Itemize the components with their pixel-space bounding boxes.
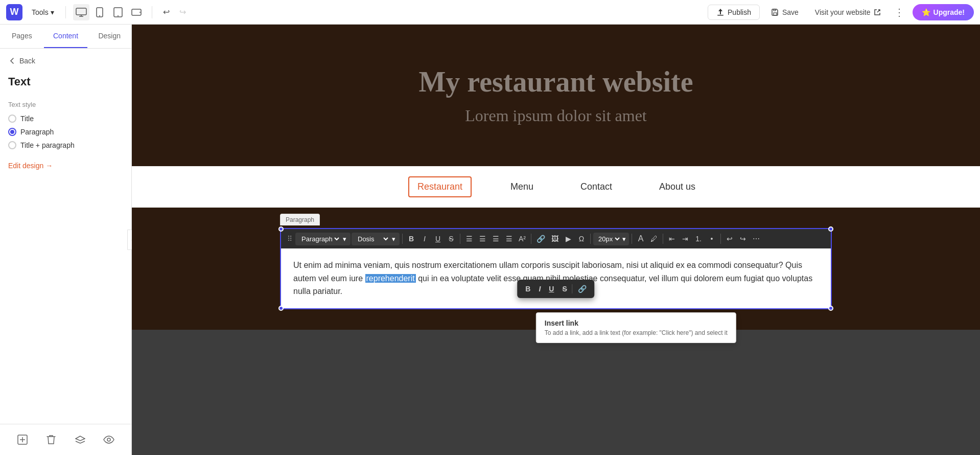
mini-italic-button[interactable]: I [535, 283, 544, 295]
publish-button[interactable]: Publish [708, 5, 760, 20]
sidebar-tabs: Pages Content Design [0, 25, 131, 49]
mini-floating-toolbar: B I U S 🔗 [517, 280, 594, 298]
radio-title[interactable]: Title [8, 115, 123, 123]
device-switcher [73, 4, 145, 20]
radio-circle-paragraph [8, 128, 16, 136]
radio-circle-title [8, 115, 16, 123]
strikethrough-button[interactable]: S [445, 233, 457, 245]
tools-menu[interactable]: Tools ▾ [28, 6, 58, 18]
separator-2 [152, 6, 152, 18]
font-size-dropdown[interactable]: 20px14px16px24px [596, 235, 621, 243]
sidebar-content: Back Text Text style Title Paragraph Tit… [0, 49, 131, 424]
sidebar: Pages Content Design Back Text Text styl… [0, 25, 132, 455]
indent-increase-button[interactable]: ⇥ [679, 233, 691, 245]
topbar-right-actions: Publish Save Visit your website ⋮ ⭐ Upgr… [708, 4, 974, 20]
highlighted-text[interactable]: reprehenderit [365, 274, 416, 283]
visit-website-button[interactable]: Visit your website [810, 5, 886, 19]
mini-underline-button[interactable]: U [546, 283, 557, 295]
paragraph-style-select[interactable]: ParagraphHeading 1Heading 2 ▾ [295, 233, 351, 245]
svg-rect-11 [774, 9, 776, 11]
symbol-button[interactable]: Ω [575, 233, 588, 245]
radio-paragraph[interactable]: Paragraph [8, 128, 123, 136]
toolbar-sep-1 [402, 234, 403, 244]
svg-point-8 [139, 12, 141, 13]
text-color-button[interactable]: A [635, 232, 647, 245]
mini-strikethrough-button[interactable]: S [559, 283, 570, 295]
superscript-button[interactable]: A² [516, 233, 528, 245]
align-center-button[interactable]: ☰ [476, 233, 488, 245]
selection-handle-bl[interactable] [278, 306, 284, 311]
sidebar-bottom-actions [0, 424, 131, 455]
mini-link-button[interactable]: 🔗 [575, 283, 590, 295]
device-mobile-portrait[interactable] [91, 4, 108, 20]
undo-editor-button[interactable]: ↩ [724, 233, 736, 245]
canvas-area: My restaurant website Lorem ipsum dolor … [132, 25, 980, 455]
logo[interactable]: W [6, 4, 22, 20]
svg-point-15 [107, 438, 110, 441]
nav-item-about[interactable]: About us [651, 177, 704, 196]
sidebar-tab-content[interactable]: Content [44, 25, 88, 48]
upgrade-button[interactable]: ⭐ Upgrade! [913, 4, 974, 20]
toolbar-drag-handle[interactable]: ⠿ [285, 234, 294, 244]
delete-button[interactable] [42, 430, 60, 449]
visibility-button[interactable] [100, 430, 118, 449]
more-toolbar-button[interactable]: ⋯ [750, 233, 762, 245]
svg-rect-0 [76, 8, 86, 15]
hero-subtitle: Lorem ipsum dolor sit amet [152, 106, 960, 125]
list-unordered-button[interactable]: • [706, 233, 718, 245]
undo-button[interactable]: ↩ [159, 5, 174, 19]
toolbar-sep-6 [663, 234, 663, 244]
redo-editor-button[interactable]: ↪ [737, 233, 749, 245]
align-left-button[interactable]: ☰ [463, 233, 475, 245]
font-dropdown-arrow: ▾ [392, 235, 395, 243]
nav-item-menu[interactable]: Menu [502, 177, 542, 196]
insert-link-tooltip: Insert link To add a link, add a link te… [536, 312, 736, 343]
sidebar-tab-design[interactable]: Design [87, 25, 131, 48]
selection-handle-tl[interactable] [278, 226, 284, 232]
layers-button[interactable] [71, 430, 89, 449]
align-right-button[interactable]: ☰ [489, 233, 502, 245]
back-arrow-icon [8, 57, 16, 65]
list-ordered-button[interactable]: 1. [692, 233, 705, 245]
add-section-button[interactable] [13, 430, 32, 449]
image-button[interactable]: 🖼 [549, 233, 561, 245]
radio-circle-title-paragraph [8, 141, 16, 149]
highlight-color-button[interactable]: 🖊 [648, 233, 660, 245]
svg-rect-9 [717, 15, 724, 16]
selection-handle-br[interactable] [828, 306, 833, 311]
indent-decrease-button[interactable]: ⇤ [666, 233, 678, 245]
redo-button[interactable]: ↪ [176, 5, 190, 19]
link-button[interactable]: 🔗 [534, 233, 548, 245]
back-button[interactable]: Back [8, 57, 123, 65]
size-dropdown-arrow: ▾ [622, 235, 626, 243]
nav-item-restaurant[interactable]: Restaurant [408, 176, 472, 197]
bold-button[interactable]: B [405, 233, 417, 245]
selection-handle-tr[interactable] [828, 226, 833, 232]
paragraph-style-dropdown[interactable]: ParagraphHeading 1Heading 2 [299, 235, 341, 243]
save-button[interactable]: Save [766, 5, 804, 19]
mini-bold-button[interactable]: B [522, 283, 533, 295]
font-size-select[interactable]: 20px14px16px24px ▾ [593, 233, 629, 245]
hero-section: My restaurant website Lorem ipsum dolor … [132, 25, 980, 166]
underline-button[interactable]: U [432, 233, 444, 245]
text-style-options: Title Paragraph Title + paragraph [8, 115, 123, 149]
topbar: W Tools ▾ ↩ ↪ Publish Save Vi [0, 0, 980, 25]
video-button[interactable]: ▶ [562, 233, 574, 245]
sidebar-tab-pages[interactable]: Pages [0, 25, 44, 48]
device-desktop[interactable] [73, 4, 89, 20]
nav-items: Restaurant Menu Contact About us [408, 176, 704, 197]
radio-title-paragraph[interactable]: Title + paragraph [8, 141, 123, 149]
more-options-button[interactable]: ⋮ [892, 4, 906, 20]
align-justify-button[interactable]: ☰ [503, 233, 515, 245]
text-editor-container: ⠿ ParagraphHeading 1Heading 2 ▾ DosisAri… [280, 228, 832, 309]
font-select[interactable]: DosisArialGeorgia ▾ [352, 233, 400, 245]
sidebar-title: Text [8, 75, 123, 88]
device-tablet[interactable] [110, 4, 126, 20]
toolbar-sep-2 [460, 234, 460, 244]
editor-text-content[interactable]: Ut enim ad minima veniam, quis nostrum e… [281, 248, 831, 308]
nav-item-contact[interactable]: Contact [572, 177, 620, 196]
edit-design-link[interactable]: Edit design → [8, 162, 123, 170]
device-mobile-landscape[interactable] [128, 4, 145, 20]
italic-button[interactable]: I [418, 233, 431, 245]
font-dropdown[interactable]: DosisArialGeorgia [356, 235, 390, 243]
